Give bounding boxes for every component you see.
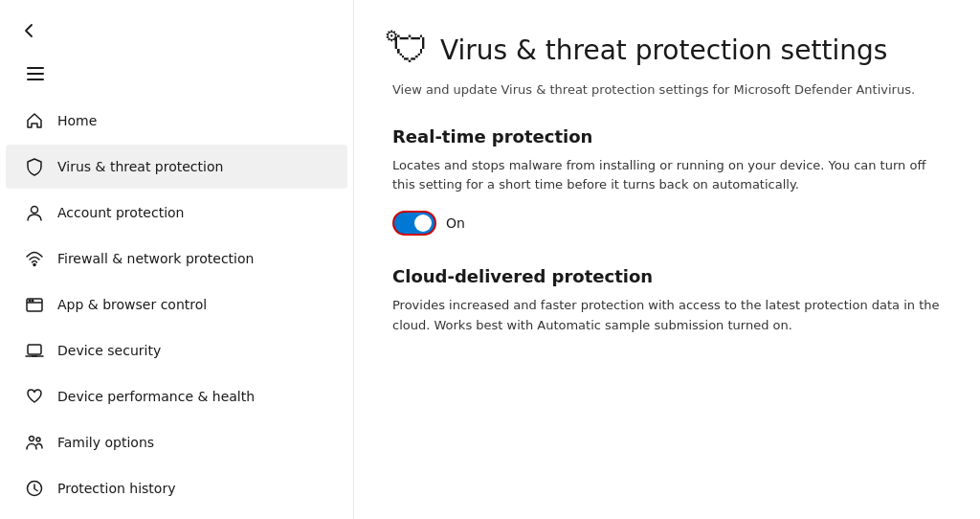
cloud-protection-desc: Provides increased and faster protection…: [392, 296, 942, 336]
page-title: Virus & threat protection settings: [440, 34, 887, 66]
sidebar-item-home[interactable]: Home: [6, 99, 347, 143]
browser-icon: [25, 295, 44, 314]
sidebar-item-appbrowser-label: App & browser control: [57, 297, 207, 312]
toggle-knob: [414, 214, 432, 232]
heart-icon: [25, 387, 44, 406]
family-icon: [25, 433, 44, 452]
sidebar-top: [0, 8, 353, 50]
nav-menu: Home Virus & threat protection Account p…: [0, 94, 353, 515]
sidebar-item-firewall-label: Firewall & network protection: [57, 251, 254, 266]
sidebar-item-account[interactable]: Account protection: [6, 191, 347, 235]
cloud-protection-title: Cloud-delivered protection: [392, 266, 942, 286]
svg-point-8: [30, 437, 34, 441]
home-icon: [25, 111, 44, 130]
sidebar-item-firewall[interactable]: Firewall & network protection: [6, 237, 347, 281]
hamburger-button[interactable]: [23, 63, 48, 84]
realtime-toggle[interactable]: [392, 211, 436, 236]
main-content: ⚙ 🛡 Virus & threat protection settings V…: [354, 0, 980, 519]
sidebar-item-family[interactable]: Family options: [6, 420, 347, 464]
wifi-icon: [25, 249, 44, 268]
sidebar-item-appbrowser[interactable]: App & browser control: [6, 282, 347, 327]
shield-icon: [25, 157, 44, 176]
svg-point-9: [36, 438, 40, 441]
sidebar-item-virus[interactable]: Virus & threat protection: [6, 145, 347, 189]
sidebar-item-history-label: Protection history: [57, 481, 175, 496]
sidebar-item-devicesecurity[interactable]: Device security: [6, 328, 347, 372]
person-icon: [25, 203, 44, 222]
sidebar-item-devicesecurity-label: Device security: [57, 343, 161, 358]
page-title-icon: ⚙ 🛡: [392, 29, 429, 71]
sidebar-item-account-label: Account protection: [57, 205, 185, 220]
realtime-protection-desc: Locates and stops malware from installin…: [392, 156, 942, 196]
sidebar-item-home-label: Home: [57, 113, 97, 128]
realtime-toggle-row: On: [392, 211, 942, 236]
laptop-icon: [25, 341, 44, 360]
svg-point-0: [32, 207, 38, 214]
gear-small-icon: ⚙: [385, 27, 398, 45]
cloud-protection-section: Cloud-delivered protection Provides incr…: [392, 266, 942, 336]
page-subtitle: View and update Virus & threat protectio…: [392, 80, 942, 100]
realtime-toggle-label: On: [446, 215, 465, 231]
sidebar-item-history[interactable]: Protection history: [6, 466, 347, 510]
realtime-protection-section: Real-time protection Locates and stops m…: [392, 126, 942, 237]
realtime-protection-title: Real-time protection: [392, 126, 942, 147]
back-button[interactable]: [15, 17, 42, 44]
sidebar-item-family-label: Family options: [57, 435, 154, 450]
page-header: ⚙ 🛡 Virus & threat protection settings: [392, 29, 942, 71]
svg-point-4: [29, 300, 31, 302]
svg-point-1: [33, 264, 35, 266]
svg-rect-6: [28, 345, 41, 354]
sidebar-item-devicehealth[interactable]: Device performance & health: [6, 374, 347, 418]
clock-icon: [25, 479, 44, 498]
svg-point-5: [32, 300, 33, 302]
sidebar: Home Virus & threat protection Account p…: [0, 0, 354, 519]
sidebar-item-devicehealth-label: Device performance & health: [57, 389, 255, 404]
sidebar-item-virus-label: Virus & threat protection: [57, 159, 223, 174]
